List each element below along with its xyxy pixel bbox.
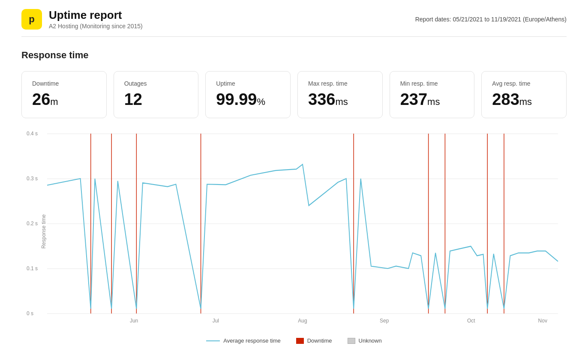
logo: p [21, 9, 42, 30]
legend-downtime-label: Downtime [307, 337, 332, 344]
legend-unknown-box [348, 338, 355, 344]
x-axis: Jun Jul Aug Sep Oct Nov [47, 318, 558, 326]
section-title: Response time [21, 50, 567, 61]
stat-label: Min resp. time [400, 80, 464, 87]
stat-card: Min resp. time 237ms [390, 71, 475, 118]
grid-label-04: 0.4 s [27, 131, 38, 137]
y-axis-label: Response time [41, 215, 47, 249]
legend-avg: Average response time [206, 337, 280, 344]
legend-unknown: Unknown [348, 337, 382, 344]
x-label-sep: Sep [380, 318, 389, 324]
x-label-oct: Oct [467, 318, 475, 324]
page-header: p Uptime report A2 Hosting (Monitoring s… [0, 0, 588, 36]
x-label-nov: Nov [538, 318, 547, 324]
stat-label: Avg resp. time [492, 80, 556, 87]
grid-line-00: 0 s [47, 313, 558, 314]
stat-unit: m [50, 96, 58, 107]
stat-label: Uptime [216, 80, 280, 87]
legend-avg-label: Average response time [223, 337, 280, 344]
legend-downtime-box [296, 338, 304, 344]
x-label-jun: Jun [130, 318, 138, 324]
stat-card: Outages 12 [114, 71, 199, 118]
grid-label-01: 0.1 s [27, 266, 38, 272]
header-left: p Uptime report A2 Hosting (Monitoring s… [21, 9, 143, 30]
stat-value: 12 [124, 91, 188, 107]
grid-label-03: 0.3 s [27, 176, 38, 182]
page-title: Uptime report [49, 9, 143, 22]
chart-svg [47, 134, 558, 313]
stat-value: 99.99% [216, 91, 280, 107]
stat-card: Max resp. time 336ms [297, 71, 383, 118]
main-content: Response time Downtime 26m Outages 12 Up… [0, 37, 588, 357]
stat-unit: % [257, 96, 265, 107]
header-titles: Uptime report A2 Hosting (Monitoring sin… [49, 9, 143, 30]
report-dates: Report dates: 05/21/2021 to 11/19/2021 (… [415, 16, 567, 23]
stat-value: 336ms [308, 91, 372, 107]
stat-unit: ms [427, 96, 440, 107]
legend-avg-line [206, 340, 220, 341]
stat-unit: ms [335, 96, 348, 107]
x-label-jul: Jul [213, 318, 219, 324]
stat-card: Uptime 99.99% [205, 71, 291, 118]
response-time-line [47, 164, 558, 309]
x-label-aug: Aug [298, 318, 307, 324]
stat-value: 26m [32, 91, 96, 107]
chart-inner: 0.4 s 0.3 s 0.2 s 0.1 s 0 s [47, 134, 558, 313]
stat-unit: ms [519, 96, 532, 107]
stat-label: Downtime [32, 80, 96, 87]
stat-card: Avg resp. time 283ms [481, 71, 567, 118]
stats-grid: Downtime 26m Outages 12 Uptime 99.99% Ma… [21, 71, 567, 118]
legend-unknown-label: Unknown [359, 337, 382, 344]
grid-label-02: 0.2 s [27, 221, 38, 227]
stat-value: 237ms [400, 91, 464, 107]
stat-label: Max resp. time [308, 80, 372, 87]
stat-value: 283ms [492, 91, 556, 107]
stat-card: Downtime 26m [21, 71, 107, 118]
stat-label: Outages [124, 80, 188, 87]
legend-downtime: Downtime [296, 337, 332, 344]
page-subtitle: A2 Hosting (Monitoring since 2015) [49, 23, 143, 30]
grid-label-00: 0 s [27, 310, 33, 316]
chart-legend: Average response time Downtime Unknown [21, 337, 567, 344]
chart-area: Response time 0.4 s 0.3 s 0.2 s 0.1 s 0 … [21, 134, 567, 331]
